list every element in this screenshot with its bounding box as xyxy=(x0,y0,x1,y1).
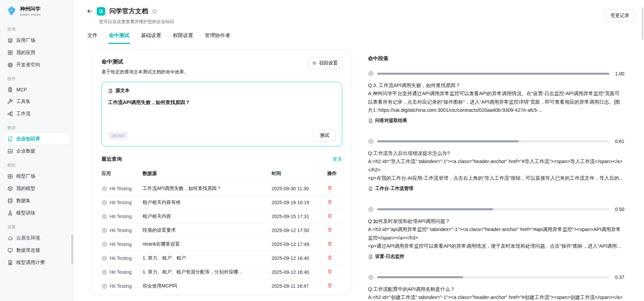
doc-icon xyxy=(368,186,373,191)
sidebar-item-enterprise-data[interactable]: 企业数据 xyxy=(4,145,70,157)
score-row: 1.00 xyxy=(368,71,624,76)
delete-button[interactable] xyxy=(327,283,332,288)
sidebar-item-mcp[interactable]: MCP xyxy=(4,84,70,95)
table-row[interactable]: Hit Testingrerank在哪里设置2025-09-12 17:49 xyxy=(102,237,342,251)
app-name: Hit Testing xyxy=(110,242,132,247)
time-cell: 2025-09-16 10:19 xyxy=(272,200,327,205)
book-icon xyxy=(7,136,13,142)
hit-paragraph: 0.37Q:工作流配置中的API调用名称是什么？A:<h2 id="创建工作流"… xyxy=(368,275,624,301)
sidebar-item-enterprise-knowledge-base[interactable]: 企业知识库 xyxy=(4,133,70,145)
recall-settings-label: 召回设置 xyxy=(319,60,338,66)
tab-basic-settings[interactable]: 基础设置 xyxy=(140,30,162,44)
paragraph-line: Q:工作流导入后出现错误提示怎么办? xyxy=(368,149,624,157)
sidebar-item-developer-space[interactable]: 开发者空间 xyxy=(4,59,70,71)
query-cell: 租户相关内容有啥 xyxy=(143,199,272,206)
op-cell xyxy=(327,213,342,219)
delete-button[interactable] xyxy=(327,269,332,274)
tools-icon xyxy=(7,99,13,104)
sidebar-item-label: 企业数据 xyxy=(16,148,35,154)
sidebar-item-my-models[interactable]: 我的模型 xyxy=(4,183,70,194)
cube-icon xyxy=(7,186,13,191)
app-name: Hit Testing xyxy=(110,200,132,205)
recent-queries-title: 最近查询 xyxy=(102,156,122,162)
score-bar-fill xyxy=(377,208,493,210)
sidebar-item-toolset[interactable]: 工具集 xyxy=(4,96,70,107)
sidebar-nav: 应用应用广场我的应用开发者空间组件MCP工具集工作流数据企业知识库企业数据模型模… xyxy=(4,24,70,268)
target-icon xyxy=(102,228,107,233)
sidebar-item-model-plaza[interactable]: 模型广场 xyxy=(4,171,70,182)
recall-settings-button[interactable]: 召回设置 xyxy=(308,57,342,69)
window-scrollbar[interactable] xyxy=(642,7,643,40)
more-link[interactable]: 更多 xyxy=(333,156,342,162)
sidebar-item-model-training[interactable]: 模型训练 xyxy=(4,207,70,219)
delete-button[interactable] xyxy=(327,241,332,246)
tab-collaborators[interactable]: 管理协作者 xyxy=(204,30,231,44)
op-cell xyxy=(327,185,342,192)
table-row[interactable]: Hit Testing租户相关内容有啥2025-09-16 10:19 xyxy=(102,195,342,209)
app-logo: 神州问学 Smart Vision xyxy=(4,5,70,21)
delete-button[interactable] xyxy=(327,227,332,232)
page-subtitle: 您可以在这里查看并维护您的企业知识 xyxy=(99,19,624,25)
delete-button[interactable] xyxy=(327,213,332,218)
paragraph-line: A:<h2 id="创建工作流" tabindex="-1"><a class=… xyxy=(368,293,624,301)
score-value: 0.37 xyxy=(613,275,624,280)
source-tag[interactable]: 设置-日志监控 xyxy=(368,253,404,260)
sidebar-item-label: 云原生环境 xyxy=(16,235,40,241)
sidebar-item-workflow[interactable]: 工作流 xyxy=(4,108,70,120)
table-row[interactable]: Hit Testing租户相关内容2025-09-15 17:31 xyxy=(102,209,342,223)
sidebar-item-model-billing[interactable]: 模型调用计费 xyxy=(4,257,70,268)
sidebar-item-datasets[interactable]: 数据集 xyxy=(4,195,70,207)
paragraph-line: Q:工作流配置中的API调用名称是什么？ xyxy=(368,285,624,293)
sidebar-item-app-plaza[interactable]: 应用广场 xyxy=(4,35,70,46)
sidebar-item-label: 企业知识库 xyxy=(16,136,40,142)
sidebar-scrollbar[interactable] xyxy=(71,234,73,264)
tab-permission-settings[interactable]: 权限设置 xyxy=(172,30,194,44)
target-icon xyxy=(368,139,374,144)
delete-button[interactable] xyxy=(327,255,332,260)
tab-hit-testing[interactable]: 命中测试 xyxy=(108,30,130,44)
app-name: Hit Testing xyxy=(110,269,132,275)
sidebar-item-label: 模型广场 xyxy=(16,173,35,179)
back-button[interactable] xyxy=(87,8,93,14)
paragraph-line: A:神州问学平台支持通过API调用异常监控可以查看API的异常调用情况。在“设置… xyxy=(368,89,624,114)
source-tag[interactable]: 工作台-工作流管理 xyxy=(368,185,413,192)
content-row: 命中测试 基于给定的查询文本测试文档的命中效果。 召回设置 源文本 工作流API… xyxy=(92,49,624,301)
test-button[interactable]: 测试 xyxy=(313,130,336,141)
sidebar-item-cloud-native-env[interactable]: 云原生环境 xyxy=(4,232,70,244)
score-value: 0.61 xyxy=(613,139,624,144)
op-cell xyxy=(327,199,342,206)
op-cell xyxy=(327,255,342,261)
delete-button[interactable] xyxy=(327,199,332,205)
tab-files[interactable]: 文件 xyxy=(87,30,98,44)
changelog-button[interactable]: 变更记录 xyxy=(605,10,635,22)
source-tag[interactable]: 问答对提取结果 xyxy=(368,118,407,124)
query-cell: 工作流API调用失败，如何查找原因？ xyxy=(143,185,272,192)
flask-icon xyxy=(7,210,13,216)
sidebar-item-database-connection[interactable]: 数据库连接 xyxy=(4,245,70,256)
op-cell xyxy=(327,241,342,247)
score-bar xyxy=(377,73,609,75)
paragraph-text: Q:如何及时发现和处理API调用问题？A:<h3 id="api调用异常监控" … xyxy=(368,217,624,250)
score-row: 0.37 xyxy=(368,275,624,280)
score-bar xyxy=(377,140,609,142)
monitor-icon xyxy=(7,248,13,253)
sidebar-item-my-apps[interactable]: 我的应用 xyxy=(4,47,70,58)
table-row[interactable]: Hit Testing1. 算力、租户、租户2025-09-12 16:40 xyxy=(102,251,342,265)
hit-test-title: 命中测试 xyxy=(102,58,342,66)
page-title: 问学官方文档 xyxy=(109,7,148,16)
score-bar xyxy=(377,276,609,278)
sidebar-section-label: 模型 xyxy=(4,160,70,171)
table-row[interactable]: Hit Testing你会使用MCP吗2025-09-11 16:47 xyxy=(102,279,342,293)
table-row[interactable]: Hit Testing工作流API调用失败，如何查找原因？2025-09-30 … xyxy=(102,181,342,195)
op-cell xyxy=(327,283,342,289)
query-cell: 租户相关内容 xyxy=(143,213,272,219)
table-row[interactable]: Hit Testing段落的设置要求2025-09-12 17:50 xyxy=(102,223,342,237)
query-input[interactable]: 工作流API调用失败，如何查找原因？ xyxy=(108,99,336,130)
knowledge-base-icon xyxy=(97,7,105,16)
delete-button[interactable] xyxy=(327,185,332,191)
col-header-source: 数据源 xyxy=(143,171,272,177)
table-row[interactable]: Hit Testing1. 算力、租户、租户资源分配等，分别对应哪...2025… xyxy=(102,265,342,279)
app-cell: Hit Testing xyxy=(102,228,143,233)
help-icon[interactable]: ? xyxy=(152,9,157,14)
paragraph-text: Q:工作流配置中的API调用名称是什么？A:<h2 id="创建工作流" tab… xyxy=(368,285,624,301)
